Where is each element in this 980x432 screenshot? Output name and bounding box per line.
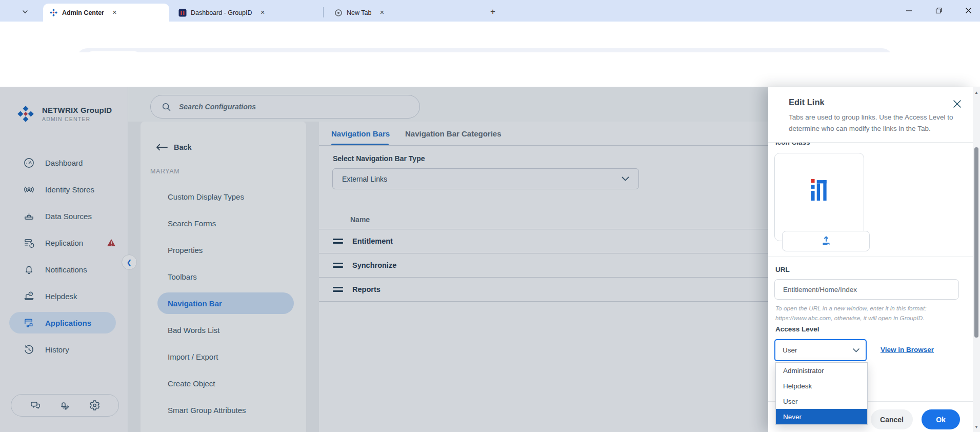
- access-level-dropdown: Administrator Helpdesk User Never: [775, 362, 868, 425]
- url-value: Entitlement/Home/Index: [783, 286, 857, 293]
- new-tab-button[interactable]: +: [486, 5, 499, 18]
- browser-toolbar: ✕ Not secure https://v11:4443/AdminCente…: [0, 22, 980, 52]
- scrollbar-thumb[interactable]: [974, 147, 978, 338]
- access-level-value: User: [783, 346, 797, 354]
- panel-title: Edit Link: [789, 97, 825, 107]
- browser-tab-dashboard-groupid[interactable]: Dashboard - GroupID ✕: [172, 4, 320, 22]
- tab-close-icon[interactable]: ✕: [110, 8, 119, 17]
- tab-title: New Tab: [347, 9, 371, 16]
- url-label: URL: [775, 266, 790, 273]
- groupid-dashboard-favicon: [178, 9, 187, 17]
- tab-close-icon[interactable]: ✕: [377, 8, 386, 17]
- groupid-pinwheel-favicon: [49, 8, 58, 17]
- url-help-text: To open the URL in a new window, enter i…: [775, 304, 964, 324]
- link-icon-glyph: [775, 162, 864, 218]
- panel-description: Tabs are used to group links. Use the Ac…: [789, 112, 958, 135]
- new-tab-favicon: [334, 9, 343, 17]
- browser-tab-new-tab[interactable]: New Tab ✕: [328, 4, 478, 22]
- tab-title: Dashboard - GroupID: [191, 9, 252, 16]
- browser-tab-admin-center[interactable]: Admin Center ✕: [43, 4, 169, 22]
- tab-search-icon[interactable]: [18, 5, 32, 18]
- access-level-label: Access Level: [775, 325, 819, 333]
- access-level-select[interactable]: User: [774, 339, 867, 361]
- window-restore-button[interactable]: [927, 0, 950, 21]
- icon-class-label: Icon Class: [775, 143, 810, 146]
- page-scrollbar[interactable]: ▲ ▼: [973, 87, 980, 432]
- tab-title: Admin Center: [62, 9, 104, 16]
- admin-center-app: NETWRIX GroupID ADMIN CENTER Dashboard I…: [0, 87, 980, 432]
- window-minimize-button[interactable]: [897, 0, 921, 21]
- tab-close-icon[interactable]: ✕: [258, 8, 267, 17]
- option-administrator[interactable]: Administrator: [776, 363, 867, 378]
- view-in-browser-link[interactable]: View in Browser: [881, 346, 934, 354]
- cancel-button[interactable]: Cancel: [871, 409, 913, 429]
- url-input[interactable]: Entitlement/Home/Index: [774, 279, 959, 300]
- icon-class-preview: [774, 153, 864, 241]
- ok-button[interactable]: Ok: [922, 409, 960, 429]
- edit-link-body: Icon Class: [768, 143, 973, 432]
- scrollbar-down-arrow[interactable]: ▼: [973, 423, 980, 431]
- chevron-down-icon: [853, 348, 859, 352]
- default-browser-banner: Google Chrome isn't your default browser…: [0, 52, 980, 87]
- scrollbar-up-arrow[interactable]: ▲: [973, 88, 980, 96]
- option-user[interactable]: User: [776, 394, 867, 409]
- option-helpdesk[interactable]: Helpdesk: [776, 378, 867, 394]
- window-close-button[interactable]: [956, 0, 980, 21]
- edit-link-panel: Edit Link Tabs are used to group links. …: [768, 87, 973, 432]
- option-never[interactable]: Never: [776, 409, 867, 424]
- upload-icon-button[interactable]: [782, 231, 870, 251]
- edit-link-header: Edit Link Tabs are used to group links. …: [768, 87, 973, 143]
- browser-tabstrip: Admin Center ✕ Dashboard - GroupID ✕ New…: [0, 0, 980, 22]
- screen: Admin Center ✕ Dashboard - GroupID ✕ New…: [0, 0, 980, 432]
- panel-close-icon[interactable]: [951, 97, 963, 110]
